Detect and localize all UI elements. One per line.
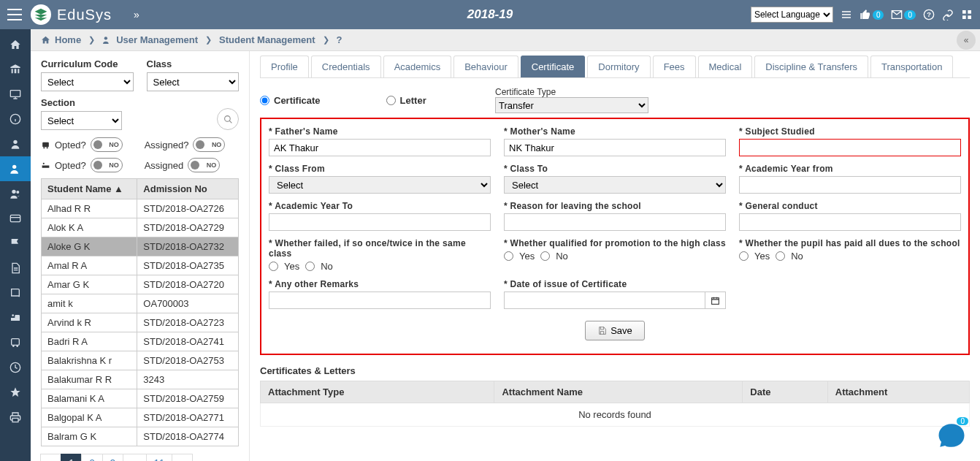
list-icon[interactable] [841, 9, 852, 20]
subject-input[interactable] [739, 139, 961, 156]
tab-academics[interactable]: Academics [383, 56, 452, 77]
sidebar-users-icon[interactable] [0, 181, 31, 206]
remarks-input[interactable] [269, 292, 491, 309]
table-row[interactable]: Amar G KSTD/2018-OA2720 [42, 275, 239, 294]
svg-point-8 [13, 140, 17, 144]
search-button[interactable] [217, 108, 239, 130]
col-att[interactable]: Attachment [827, 381, 969, 403]
tab-credentials[interactable]: Credentials [311, 56, 381, 77]
father-input[interactable] [269, 139, 491, 156]
bc-user-mgmt[interactable]: User Management [116, 34, 198, 45]
class-to-select[interactable]: Select [504, 176, 726, 194]
table-row[interactable]: Aloke G KSTD/2018-OA2732 [42, 237, 239, 256]
col-att-type[interactable]: Attachment Type [261, 381, 494, 403]
svg-text:?: ? [927, 11, 931, 18]
thumbs-up-icon[interactable]: 0 [860, 9, 884, 20]
table-row[interactable]: Balakrishna K rSTD/2018-OA2753 [42, 351, 239, 370]
menu-toggle-icon[interactable] [7, 9, 22, 20]
sidebar-book-icon[interactable] [0, 281, 31, 305]
sidebar-print-icon[interactable] [0, 405, 31, 430]
issue-date-input[interactable] [504, 292, 705, 309]
collapse-icon[interactable]: « [957, 31, 976, 50]
mother-input[interactable] [504, 139, 726, 156]
sidebar-history-icon[interactable] [0, 355, 31, 380]
col-student-name[interactable]: Student Name ▲ [42, 179, 137, 199]
class-from-select[interactable]: Select [269, 176, 491, 194]
col-admission-no[interactable]: Admission No [137, 179, 239, 199]
tab-medical[interactable]: Medical [698, 56, 753, 77]
chat-bubble-icon[interactable]: 0 [936, 420, 967, 451]
col-att-name[interactable]: Attachment Name [494, 381, 743, 403]
page-11[interactable]: 11 [146, 454, 172, 461]
table-row[interactable]: Amal R ASTD/2018-OA2735 [42, 256, 239, 275]
assigned-bus-toggle[interactable]: NO [193, 137, 225, 152]
ay-from-input[interactable] [739, 176, 961, 194]
table-row[interactable]: amit kOA700003 [42, 294, 239, 313]
sidebar-monitor-icon[interactable] [0, 82, 31, 107]
conduct-input[interactable] [739, 213, 961, 231]
sidebar-info-icon[interactable] [0, 107, 31, 132]
table-row[interactable]: Arvind k RSTD/2018-OA2723 [42, 313, 239, 332]
ay-to-input[interactable] [269, 213, 491, 231]
failed-yes[interactable] [269, 262, 278, 271]
page-»[interactable]: » [172, 454, 193, 461]
sidebar-flag-icon[interactable] [0, 231, 31, 256]
page-2[interactable]: 2 [81, 454, 102, 461]
failed-no[interactable] [305, 262, 315, 271]
tab-fees[interactable]: Fees [653, 56, 696, 77]
sidebar-card-icon[interactable] [0, 206, 31, 231]
bc-help[interactable]: ? [337, 34, 342, 45]
tab-certificate[interactable]: Certificate [521, 56, 586, 77]
tab-transportation[interactable]: Transportation [870, 56, 953, 77]
dues-no[interactable] [776, 251, 785, 261]
mail-icon[interactable]: 0 [891, 9, 916, 20]
sidebar-bed-icon[interactable] [0, 305, 31, 330]
mode-letter[interactable]: Letter [386, 95, 426, 106]
sidebar-user-add-icon[interactable] [0, 156, 31, 181]
sidebar-star-icon[interactable] [0, 380, 31, 405]
sidebar-institution-icon[interactable] [0, 57, 31, 82]
page-...[interactable]: ... [123, 454, 147, 461]
table-row[interactable]: Alhad R RSTD/2018-OA2726 [42, 199, 239, 218]
expand-icon[interactable]: » [134, 9, 139, 20]
table-row[interactable]: Balram G KSTD/2018-OA2774 [42, 427, 239, 446]
table-row[interactable]: Balgopal K ASTD/2018-OA2771 [42, 408, 239, 427]
page-«[interactable]: « [40, 454, 61, 461]
qualified-no[interactable] [540, 251, 550, 261]
mode-certificate[interactable]: Certificate [260, 95, 321, 106]
tab-behaviour[interactable]: Behaviour [453, 56, 518, 77]
save-button[interactable]: Save [585, 321, 645, 340]
page-1[interactable]: 1 [61, 454, 82, 461]
sidebar-bus-icon[interactable] [0, 330, 31, 355]
table-row[interactable]: Balamani K ASTD/2018-OA2759 [42, 389, 239, 408]
tab-profile[interactable]: Profile [260, 56, 309, 77]
link-icon[interactable] [942, 9, 954, 20]
certificate-type-select[interactable]: Transfer [495, 97, 648, 113]
cert-letters-title: Certificates & Letters [260, 365, 970, 376]
table-row[interactable]: Badri R ASTD/2018-OA2741 [42, 332, 239, 351]
sidebar-user-icon[interactable] [0, 132, 31, 156]
tab-dormitory[interactable]: Dormitory [587, 56, 650, 77]
opted-bed-toggle[interactable]: NO [91, 158, 123, 172]
opted-bus-toggle[interactable]: NO [91, 137, 123, 152]
tab-discipline-transfers[interactable]: Discipline & Transfers [754, 56, 868, 77]
table-row[interactable]: Alok K ASTD/2018-OA2729 [42, 218, 239, 237]
bc-student-mgmt[interactable]: Student Management [219, 34, 315, 45]
language-select[interactable]: Select Language [751, 7, 833, 23]
sidebar-home-icon[interactable] [0, 32, 31, 57]
section-select[interactable]: Select [41, 111, 122, 130]
assigned-bed-toggle[interactable]: NO [188, 158, 220, 172]
reason-input[interactable] [504, 213, 726, 231]
grid-icon[interactable] [961, 9, 973, 20]
class-select[interactable]: Select [147, 72, 240, 91]
page-3[interactable]: 3 [102, 454, 123, 461]
dues-yes[interactable] [739, 251, 749, 261]
sidebar-file-icon[interactable] [0, 256, 31, 281]
calendar-icon[interactable] [705, 292, 726, 309]
qualified-yes[interactable] [504, 251, 513, 261]
col-att-date[interactable]: Date [743, 381, 828, 403]
curriculum-select[interactable]: Select [41, 72, 134, 91]
bc-home[interactable]: Home [55, 34, 81, 45]
table-row[interactable]: Balakumar R R3243 [42, 370, 239, 389]
help-icon[interactable]: ? [923, 9, 935, 20]
